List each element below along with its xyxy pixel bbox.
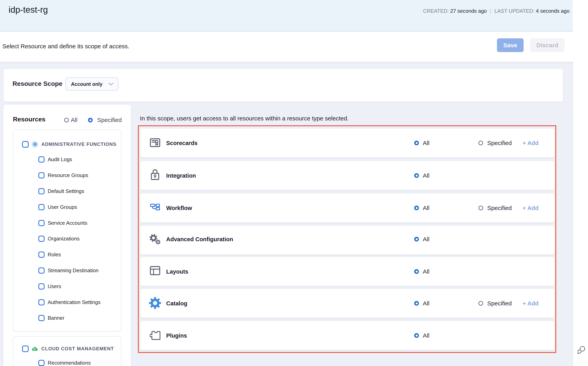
svg-text:$: $	[34, 348, 35, 351]
